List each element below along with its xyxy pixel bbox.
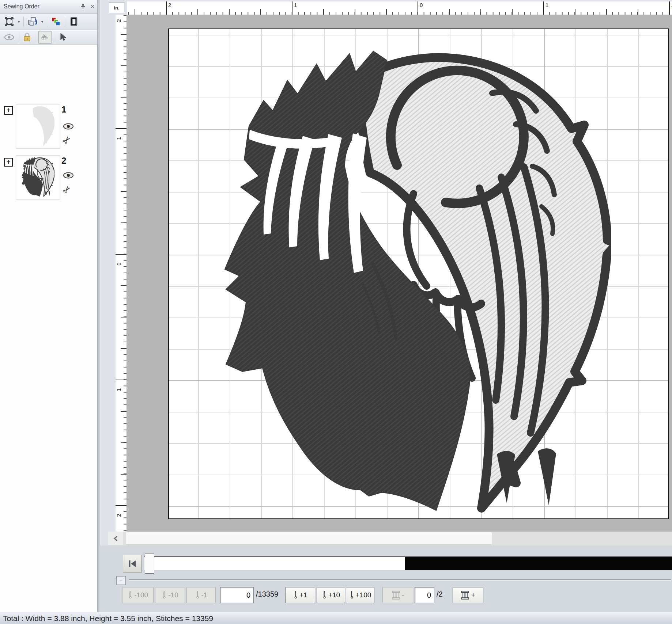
close-icon[interactable]: ✕: [88, 2, 97, 11]
scrollbar-thumb[interactable]: [126, 532, 492, 545]
item-2-number: 2: [61, 156, 66, 166]
item-2-thumbnail[interactable]: [16, 155, 60, 200]
item-1-preview: [22, 106, 55, 147]
current-stitch-input[interactable]: [220, 587, 254, 603]
stitch-progress-remaining: [405, 557, 672, 570]
stitch-forward-100-button[interactable]: +100: [346, 587, 374, 603]
expand-item-1[interactable]: +: [4, 106, 13, 115]
ruler-tick: [116, 128, 127, 129]
ruler-tick: [116, 505, 127, 506]
item-1-thumbnail[interactable]: [16, 104, 60, 149]
toolbar-separator: [65, 16, 65, 27]
sewing-order-panel: Sewing Order ✕ ▾: [0, 0, 97, 612]
ruler-label: 1: [545, 2, 548, 8]
speed-minus-button[interactable]: −: [116, 576, 126, 585]
panel-titlebar: Sewing Order ✕: [0, 0, 97, 14]
item-2-preview: [22, 157, 55, 198]
ruler-label: 0: [420, 2, 423, 8]
current-color-input[interactable]: [415, 587, 434, 603]
total-colors-label: /2: [437, 590, 443, 598]
stitch-back-100-button[interactable]: -100: [122, 587, 154, 603]
color-forward-button[interactable]: +: [453, 587, 483, 603]
panel-title: Sewing Order: [0, 3, 78, 10]
canvas-horizontal-scrollbar[interactable]: [108, 532, 672, 546]
sequence-view-dropdown[interactable]: ▾: [39, 15, 45, 28]
fit-view-button[interactable]: [2, 15, 16, 28]
ruler-label: 1: [294, 2, 297, 8]
toolbar-separator: [36, 32, 36, 42]
panel-toolbar-bottom: ✂ ✂: [0, 30, 97, 45]
ruler-tick: [166, 1, 167, 15]
item-1-trim-icon[interactable]: ✂: [63, 135, 74, 145]
ruler-tick: [669, 1, 670, 15]
panel-toolbar-top: ▾ ▾: [0, 14, 97, 30]
scissors-icon: ✂ ✂: [40, 33, 50, 42]
item-1-eye-icon[interactable]: [63, 123, 74, 132]
item-1-number: 1: [61, 104, 66, 115]
status-bar: Total : Width = 3.88 inch, Height = 3.55…: [0, 612, 672, 624]
sewing-order-list: + 1 ✂ + 2: [0, 45, 97, 612]
toolbar-separator: [47, 16, 47, 27]
item-2-eye-icon[interactable]: [63, 172, 74, 181]
scroll-left-button[interactable]: [108, 532, 123, 545]
ruler-tick: [418, 1, 418, 15]
design-canvas[interactable]: [127, 15, 672, 532]
stitch-progress-track[interactable]: [144, 556, 672, 570]
ruler-label: 0: [116, 262, 122, 265]
speed-slider-groove[interactable]: [129, 579, 671, 581]
sequence-view-button[interactable]: [26, 15, 39, 28]
total-stitches-label: /13359: [256, 590, 278, 598]
fit-view-dropdown[interactable]: ▾: [16, 15, 22, 28]
ruler-unit-box: in.: [109, 2, 124, 13]
stitch-back-1-button[interactable]: -1: [186, 587, 216, 603]
ruler-tick: [116, 254, 127, 255]
application-window: Sewing Order ✕ ▾: [0, 0, 672, 624]
horizontal-ruler: 2 1 0 1 2: [127, 1, 672, 15]
ruler-label: 1: [116, 388, 122, 391]
item-2-trim-icon[interactable]: ✂: [63, 185, 74, 194]
toolbar-separator: [23, 16, 24, 27]
ruler-label: 2: [168, 2, 171, 8]
vertical-ruler: 2 1 0 1 2: [116, 15, 127, 532]
ruler-tick: [292, 1, 292, 15]
color-order-button[interactable]: [49, 15, 63, 28]
stitch-back-10-button[interactable]: -10: [155, 587, 185, 603]
panel-splitter[interactable]: [97, 0, 100, 612]
color-back-button[interactable]: -: [382, 587, 413, 603]
pin-icon[interactable]: [78, 2, 88, 11]
stitch-simulator-bar: − -100 -10 -1 /13359 +1 +10 +100: [99, 545, 672, 612]
ruler-tick: [116, 380, 127, 380]
status-total-text: Total : Width = 3.88 inch, Height = 3.55…: [0, 614, 213, 623]
embroidery-design[interactable]: [223, 49, 611, 528]
stitch-forward-10-button[interactable]: +10: [317, 587, 345, 603]
hoop-button[interactable]: [67, 15, 81, 28]
ruler-tick: [543, 1, 544, 15]
trim-scissors-button[interactable]: ✂ ✂: [38, 31, 52, 44]
ruler-label: 2: [116, 514, 122, 517]
stitch-forward-1-button[interactable]: +1: [285, 587, 315, 603]
ruler-label: 1: [116, 137, 122, 140]
lock-icon[interactable]: [20, 31, 34, 44]
jump-to-start-button[interactable]: [123, 555, 142, 572]
hoop-grid-area[interactable]: [168, 28, 669, 519]
ruler-label: 2: [116, 19, 122, 22]
visibility-eye-icon[interactable]: [2, 31, 16, 44]
ruler-unit-label: in.: [114, 5, 119, 11]
expand-item-2[interactable]: +: [4, 158, 13, 167]
toolbar-separator: [54, 32, 54, 42]
stitch-progress-thumb[interactable]: [145, 553, 154, 574]
toolbar-separator: [18, 32, 18, 42]
select-arrow-icon[interactable]: [56, 31, 70, 44]
